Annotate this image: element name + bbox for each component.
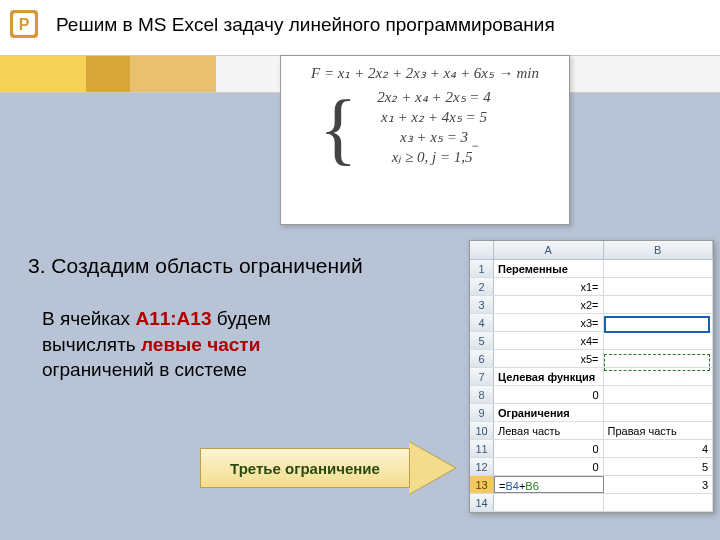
arrow-callout: Третье ограничение xyxy=(200,448,465,488)
table-row: 5x4= xyxy=(470,332,713,350)
row-header[interactable]: 8 xyxy=(470,386,494,403)
cell[interactable] xyxy=(604,386,714,403)
excel-column-headers: A B xyxy=(470,241,713,260)
app-logo-icon: P xyxy=(4,4,44,44)
cell[interactable]: x2= xyxy=(494,296,604,313)
callout-label: Третье ограничение xyxy=(200,448,410,488)
left-parts-label: левые части xyxy=(141,334,260,355)
row-header[interactable]: 3 xyxy=(470,296,494,313)
table-row: 6x5= xyxy=(470,350,713,368)
cell[interactable] xyxy=(494,494,604,511)
cell[interactable] xyxy=(604,350,714,367)
page-title: Решим в MS Excel задачу линейного програ… xyxy=(56,14,555,36)
table-row: 1Переменные xyxy=(470,260,713,278)
header: P Решим в MS Excel задачу линейного прог… xyxy=(0,0,720,55)
cell[interactable]: x3= xyxy=(494,314,604,331)
cell[interactable] xyxy=(604,404,714,421)
brace-icon: { xyxy=(319,88,357,168)
row-header[interactable]: 7 xyxy=(470,368,494,385)
cell[interactable] xyxy=(604,278,714,295)
table-row: 7Целевая функция xyxy=(470,368,713,386)
cell[interactable]: Левая часть xyxy=(494,422,604,439)
cell[interactable]: 0 xyxy=(494,458,604,475)
table-row: 10Левая частьПравая часть xyxy=(470,422,713,440)
cell[interactable]: 0 xyxy=(494,440,604,457)
row-header[interactable]: 4 xyxy=(470,314,494,331)
cell[interactable]: =B4+B6 xyxy=(494,476,604,493)
body-text: В ячейках А11:A13 будем вычислять левые … xyxy=(42,306,402,383)
table-row: 9Ограничения xyxy=(470,404,713,422)
cell[interactable] xyxy=(604,494,714,511)
row-header[interactable]: 5 xyxy=(470,332,494,349)
table-row: 3x2= xyxy=(470,296,713,314)
cell[interactable]: Целевая функция xyxy=(494,368,604,385)
row-header[interactable]: 13 xyxy=(470,476,494,493)
equation-box: F = x₁ + 2x₂ + 2x₃ + x₄ + 6x₅ → min { 2x… xyxy=(280,55,570,225)
cell[interactable]: x1= xyxy=(494,278,604,295)
row-header[interactable]: 11 xyxy=(470,440,494,457)
col-header-b[interactable]: B xyxy=(604,241,714,259)
cell[interactable] xyxy=(604,314,714,331)
cell[interactable]: 0 xyxy=(494,386,604,403)
cell[interactable]: x5= xyxy=(494,350,604,367)
table-row: 13=B4+B63 xyxy=(470,476,713,494)
cell[interactable]: 3 xyxy=(604,476,713,493)
select-all-corner[interactable] xyxy=(470,241,494,259)
cell[interactable]: x4= xyxy=(494,332,604,349)
equation-system: { 2x₂ + x₄ + 2x₅ = 4 x₁ + x₂ + 4x₅ = 5 x… xyxy=(289,88,561,166)
cell[interactable]: Ограничения xyxy=(494,404,604,421)
cell[interactable]: 5 xyxy=(604,458,714,475)
cell[interactable]: 4 xyxy=(604,440,714,457)
row-header[interactable]: 9 xyxy=(470,404,494,421)
row-header[interactable]: 1 xyxy=(470,260,494,277)
cell[interactable] xyxy=(604,368,714,385)
cell[interactable] xyxy=(604,260,714,277)
row-header[interactable]: 2 xyxy=(470,278,494,295)
row-header[interactable]: 6 xyxy=(470,350,494,367)
table-row: 14 xyxy=(470,494,713,512)
objective-function: F = x₁ + 2x₂ + 2x₃ + x₄ + 6x₅ → min xyxy=(289,64,561,82)
table-row: 1104 xyxy=(470,440,713,458)
row-header[interactable]: 14 xyxy=(470,494,494,511)
cell-range: А11:A13 xyxy=(135,308,211,329)
col-header-a[interactable]: A xyxy=(494,241,604,259)
row-header[interactable]: 12 xyxy=(470,458,494,475)
table-row: 1205 xyxy=(470,458,713,476)
cell[interactable] xyxy=(604,332,714,349)
excel-screenshot: A B 1Переменные2x1=3x2=4x3=5x4=6x5=7Целе… xyxy=(469,240,714,513)
table-row: 2x1= xyxy=(470,278,713,296)
row-header[interactable]: 10 xyxy=(470,422,494,439)
cell[interactable]: Переменные xyxy=(494,260,604,277)
table-row: 4x3= xyxy=(470,314,713,332)
cell[interactable]: Правая часть xyxy=(604,422,714,439)
cell[interactable] xyxy=(604,296,714,313)
section-heading: 3. Создадим область ограничений xyxy=(28,254,363,278)
svg-text:P: P xyxy=(19,16,30,33)
table-row: 80 xyxy=(470,386,713,404)
